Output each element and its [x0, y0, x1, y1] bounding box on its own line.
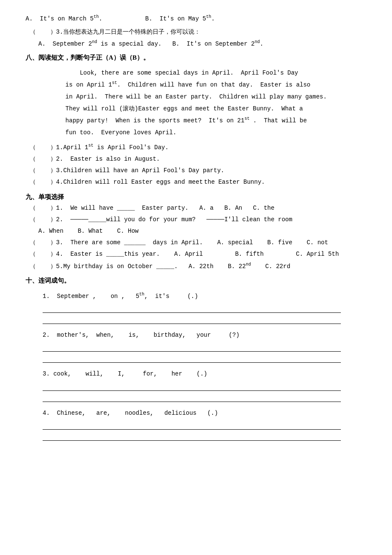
writing-line-2b[interactable]	[43, 353, 341, 363]
single-q5: （ ）5.My birthday is on October _____. A.…	[30, 261, 366, 272]
passage-line-5: happy party! When is the sports meet? It…	[51, 115, 341, 127]
single-q2: （ ）2. ─────_____will you do for your mum…	[30, 214, 366, 225]
single-q4: （ ）4. Easter is _____this year. A. April…	[30, 249, 366, 260]
passage-line-1: Look, there are some special days in Apr…	[51, 67, 341, 79]
judge-q2: （ ）2. Easter is also in August.	[30, 154, 366, 165]
page-content: A. It's on March 5th. B. It's on May 5th…	[26, 13, 366, 441]
section-8: 八、阅读短文，判断句子正（A）误（B）。 Look, there are som…	[26, 52, 366, 188]
passage-block: Look, there are some special days in Apr…	[51, 67, 341, 139]
single-q3: （ ）3. There are some ______ days in Apri…	[30, 237, 366, 248]
writing-section: 1. September , on , 5th, it's (.) 2. mot…	[43, 291, 366, 440]
writing-item-2-label: 2. mother's, when, is, birthday, your (?…	[43, 330, 366, 341]
passage-line-6: fun too. Everyone loves April.	[51, 127, 341, 139]
passage-line-4: They will roll (滚动)Easter eggs and meet …	[51, 103, 341, 115]
writing-line-4b[interactable]	[43, 431, 341, 441]
section-10-header: 十、连词成句。	[26, 275, 366, 286]
single-q1: （ ）1. We will have _____ Easter party. A…	[30, 203, 366, 214]
choice-ab-row: A. It's on March 5th. B. It's on May 5th…	[26, 13, 366, 24]
question-3-text: （ ）3.当你想表达九月二日是一个特殊的日子，你可以说：	[30, 27, 366, 38]
section-10: 十、连词成句。 1. September , on , 5th, it's (.…	[26, 275, 366, 440]
writing-item-1: 1. September , on , 5th, it's (.)	[43, 291, 366, 324]
judge-q3: （ ）3.Children will have an April Fool's …	[30, 165, 366, 176]
judge-q4: （ ）4.Children will roll Easter eggs and …	[30, 177, 366, 188]
passage-line-3: in April. There will be an Easter party.…	[51, 91, 341, 103]
writing-item-3: 3. cook, will, I, for, her (.)	[43, 369, 366, 402]
writing-line-1a[interactable]	[43, 304, 341, 313]
writing-item-4-label: 4. Chinese, are, noodles, delicious (.)	[43, 408, 366, 419]
writing-line-1b[interactable]	[43, 315, 341, 324]
passage-line-2: is on April 1st. Children will have fun …	[51, 79, 341, 91]
question-3-choices: A. September 2nd is a special day. B. It…	[38, 38, 366, 49]
writing-item-1-label: 1. September , on , 5th, it's (.)	[43, 291, 366, 302]
section-8-header: 八、阅读短文，判断句子正（A）误（B）。	[26, 52, 366, 64]
writing-line-2a[interactable]	[43, 342, 341, 352]
section-9-header: 九、单项选择	[26, 191, 366, 203]
single-q2-choices: A. When B. What C. How	[38, 226, 366, 237]
writing-line-3a[interactable]	[43, 382, 341, 391]
writing-line-4a[interactable]	[43, 420, 341, 430]
section-9: 九、单项选择 （ ）1. We will have _____ Easter p…	[26, 191, 366, 272]
judge-q1: （ ）1.April 1st is April Fool's Day.	[30, 142, 366, 153]
writing-item-3-label: 3. cook, will, I, for, her (.)	[43, 369, 366, 379]
question-3: （ ）3.当你想表达九月二日是一个特殊的日子，你可以说： A. Septembe…	[26, 27, 366, 49]
choice-a-text: A. It's on March 5th. B. It's on May 5th…	[26, 15, 215, 22]
writing-line-3b[interactable]	[43, 393, 341, 402]
writing-item-4: 4. Chinese, are, noodles, delicious (.)	[43, 408, 366, 441]
writing-item-2: 2. mother's, when, is, birthday, your (?…	[43, 330, 366, 363]
